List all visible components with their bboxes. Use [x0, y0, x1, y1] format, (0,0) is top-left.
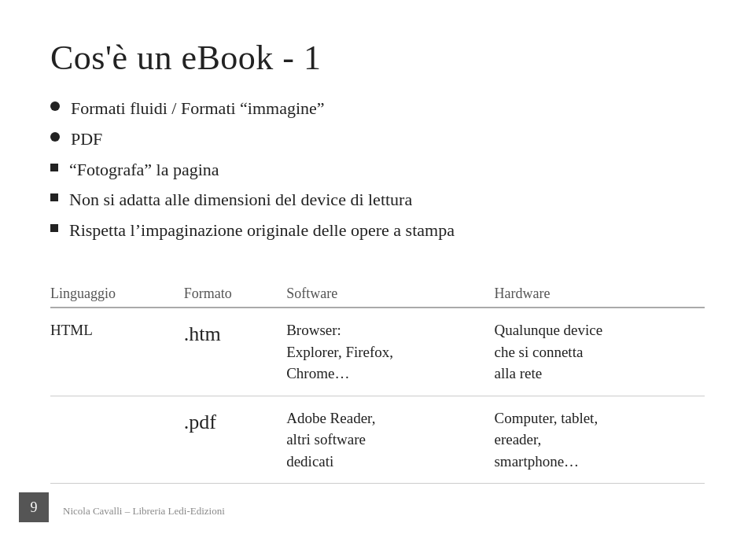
- list-item: “Fotografa” la pagina: [50, 158, 705, 182]
- slide-title: Cos'è un eBook - 1: [50, 38, 705, 78]
- cell-format-2: .pdf: [184, 396, 286, 484]
- cell-lang-1: HTML: [50, 308, 184, 396]
- col-header-hardware: Hardware: [494, 281, 705, 308]
- col-header-software: Software: [286, 281, 494, 308]
- bullet-square-icon: [50, 164, 58, 171]
- bullet-text: Non si adatta alle dimensioni del device…: [69, 188, 412, 212]
- bullet-text: PDF: [71, 127, 102, 152]
- bullet-square-icon: [50, 224, 58, 232]
- cell-hardware-1: Qualunque deviceche si connettaalla rete: [494, 308, 705, 396]
- bullet-square-icon: [50, 193, 58, 201]
- cell-hardware-2: Computer, tablet,ereader,smartphone…: [494, 396, 705, 484]
- bullet-circle-icon: [50, 132, 60, 142]
- col-header-formato: Formato: [184, 281, 286, 308]
- cell-lang-2: [50, 396, 184, 484]
- list-item: PDF: [50, 127, 705, 152]
- data-table: Linguaggio Formato Software Hardware HTM…: [50, 281, 705, 484]
- cell-software-2: Adobe Reader,altri softwarededicati: [286, 396, 494, 484]
- bullet-circle-icon: [50, 101, 60, 111]
- table-row: HTML .htm Browser:Explorer, Firefox,Chro…: [50, 308, 705, 396]
- footer-author: Nicola Cavalli – Libreria Ledi-Edizioni: [63, 505, 225, 518]
- table-container: Linguaggio Formato Software Hardware HTM…: [50, 281, 705, 535]
- col-header-linguaggio: Linguaggio: [50, 281, 184, 308]
- bullet-text: Rispetta l’impaginazione originale delle…: [69, 219, 455, 243]
- page-number: 9: [19, 492, 49, 522]
- cell-software-1: Browser:Explorer, Firefox,Chrome…: [286, 308, 494, 396]
- table-row: .pdf Adobe Reader,altri softwarededicati…: [50, 396, 705, 484]
- list-item: Non si adatta alle dimensioni del device…: [50, 188, 705, 212]
- list-item: Formati fluidi / Formati “immagine”: [50, 97, 705, 121]
- cell-format-1: .htm: [184, 308, 286, 396]
- list-item: Rispetta l’impaginazione originale delle…: [50, 219, 705, 243]
- bullet-text: “Fotografa” la pagina: [69, 158, 219, 182]
- bullet-list: Formati fluidi / Formati “immagine” PDF …: [50, 97, 705, 249]
- bullet-text: Formati fluidi / Formati “immagine”: [71, 97, 325, 121]
- slide: Cos'è un eBook - 1 Formati fluidi / Form…: [0, 0, 755, 560]
